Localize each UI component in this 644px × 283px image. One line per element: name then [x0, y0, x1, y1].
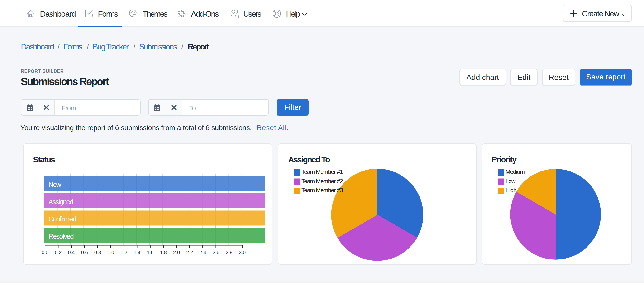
svg-text:1.6: 1.6 — [147, 249, 154, 255]
svg-text:Confirmed: Confirmed — [48, 215, 76, 223]
svg-text:New: New — [48, 181, 62, 188]
svg-text:3.0: 3.0 — [239, 249, 246, 255]
svg-text:Team Member #2: Team Member #2 — [302, 178, 343, 184]
svg-text:1.8: 1.8 — [160, 249, 166, 255]
svg-text:2.6: 2.6 — [212, 249, 219, 255]
svg-text:0.2: 0.2 — [55, 249, 62, 255]
svg-text:Team Member #1: Team Member #1 — [302, 169, 343, 175]
svg-text:Assigned: Assigned — [48, 198, 73, 206]
svg-text:0.8: 0.8 — [94, 249, 101, 255]
svg-text:0.6: 0.6 — [81, 249, 88, 255]
svg-text:0.4: 0.4 — [68, 249, 75, 255]
svg-text:2.4: 2.4 — [199, 249, 206, 255]
svg-text:2.8: 2.8 — [226, 249, 232, 255]
svg-text:Medium: Medium — [506, 169, 524, 175]
svg-text:Resolved: Resolved — [48, 233, 74, 240]
svg-text:1.4: 1.4 — [134, 249, 141, 255]
svg-text:2.0: 2.0 — [173, 249, 180, 255]
svg-text:1.0: 1.0 — [107, 249, 114, 255]
svg-text:0.0: 0.0 — [42, 249, 48, 255]
svg-text:1.2: 1.2 — [120, 249, 127, 255]
svg-text:High: High — [506, 187, 516, 193]
svg-text:Low: Low — [506, 178, 516, 184]
svg-text:Team Member #3: Team Member #3 — [302, 187, 343, 193]
svg-text:2.2: 2.2 — [186, 249, 193, 255]
